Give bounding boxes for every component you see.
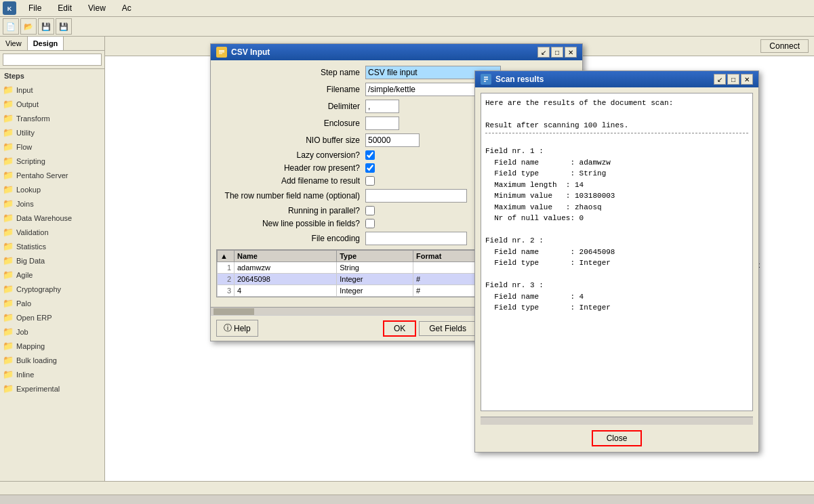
sidebar-item-palo[interactable]: 📁 Palo: [0, 296, 104, 310]
step-name-label: Step name: [216, 68, 365, 77]
sidebar-item-output[interactable]: 📁 Output: [0, 97, 104, 111]
help-button[interactable]: ⓘ Help: [216, 320, 258, 337]
csv-dialog-controls: ↙ □ ✕: [537, 47, 577, 58]
enclosure-label: Enclosure: [216, 119, 365, 128]
sidebar-label: Utility: [16, 129, 35, 137]
new-line-checkbox[interactable]: [365, 219, 375, 228]
delimiter-input[interactable]: [365, 100, 399, 113]
header-checkbox[interactable]: [365, 163, 375, 173]
sidebar-item-cryptography[interactable]: 📁 Cryptography: [0, 282, 104, 296]
sidebar-label: Joins: [16, 200, 34, 208]
sidebar-item-statistics[interactable]: 📁 Statistics: [0, 239, 104, 253]
folder-icon: 📁: [3, 312, 14, 322]
row-num: 2: [218, 274, 235, 285]
toolbar-new[interactable]: 📄: [3, 18, 19, 35]
csv-dialog-icon: [216, 47, 227, 58]
csv-dialog-minimize[interactable]: ↙: [537, 47, 550, 58]
sidebar-item-inline[interactable]: 📁 Inline: [0, 367, 104, 381]
row-type: String: [337, 262, 413, 274]
sidebar-label: Pentaho Server: [16, 171, 68, 180]
scan-field-2: Field nr. 2 : Field name : 20645098 Fiel…: [485, 235, 748, 269]
toolbar-open[interactable]: 📂: [20, 18, 37, 35]
row-name: adamwzw: [235, 262, 337, 274]
menu-edit[interactable]: Edit: [54, 2, 76, 14]
toolbar-save[interactable]: 💾: [38, 18, 54, 35]
sidebar-item-datawarehouse[interactable]: 📁 Data Warehouse: [0, 211, 104, 225]
main-content: View Design Steps 📁 Input 📁 Output 📁 Tra…: [0, 37, 814, 481]
sidebar-item-openerp[interactable]: 📁 Open ERP: [0, 310, 104, 324]
help-label: Help: [234, 324, 251, 333]
delimiter-label: Delimiter: [216, 102, 365, 111]
folder-icon: 📁: [3, 369, 14, 379]
row-name: 20645098: [235, 274, 337, 285]
scan-field-3: Field nr. 3 : Field name : 4 Field type …: [485, 280, 748, 314]
menu-file[interactable]: File: [24, 2, 45, 14]
get-fields-button[interactable]: Get Fields: [419, 321, 476, 336]
scan-dialog-titlebar: Scan results ↙ □ ✕: [475, 71, 758, 87]
sidebar-item-scripting[interactable]: 📁 Scripting: [0, 154, 104, 168]
sidebar-item-bulkloading[interactable]: 📁 Bulk loading: [0, 353, 104, 367]
tab-design[interactable]: Design: [28, 37, 64, 50]
filename-label: Filename: [216, 85, 365, 94]
enclosure-input[interactable]: [365, 117, 399, 130]
dialog-overlay: CSV Input ↙ □ ✕ Step name: [105, 37, 814, 481]
ok-button[interactable]: OK: [383, 320, 416, 337]
bottom-scrollbar[interactable]: [0, 495, 814, 504]
sidebar-item-mapping[interactable]: 📁 Mapping: [0, 339, 104, 353]
sidebar-label: Palo: [16, 299, 31, 308]
sidebar-label: Scripting: [16, 157, 45, 165]
col-index-header: ▲: [218, 251, 235, 262]
scan-dialog-minimize[interactable]: ↙: [714, 74, 726, 85]
lazy-checkbox[interactable]: [365, 150, 375, 160]
col-name-header: Name: [235, 251, 337, 262]
folder-icon: 📁: [3, 156, 14, 166]
csv-dialog-close[interactable]: ✕: [565, 47, 577, 58]
scan-icon: [481, 74, 491, 85]
csv-dialog-maximize[interactable]: □: [551, 47, 563, 58]
menu-ac[interactable]: Ac: [118, 2, 136, 14]
scrollbar-thumb[interactable]: [213, 308, 254, 315]
nio-buffer-input[interactable]: [365, 133, 420, 147]
sidebar-label: Big Data: [16, 257, 45, 265]
sidebar-item-lookup[interactable]: 📁 Lookup: [0, 182, 104, 196]
sidebar-item-input[interactable]: 📁 Input: [0, 83, 104, 97]
steps-label: Steps: [0, 69, 104, 83]
add-filename-label: Add filename to result: [216, 176, 365, 186]
sidebar-item-utility[interactable]: 📁 Utility: [0, 125, 104, 140]
add-filename-checkbox[interactable]: [365, 176, 375, 186]
row-number-input[interactable]: [365, 189, 467, 203]
sidebar-item-pentaho[interactable]: 📁 Pentaho Server: [0, 168, 104, 182]
sidebar-label: Experimental: [16, 385, 60, 393]
running-parallel-checkbox[interactable]: [365, 206, 375, 215]
sidebar-item-bigdata[interactable]: 📁 Big Data: [0, 253, 104, 268]
sidebar-item-validation[interactable]: 📁 Validation: [0, 225, 104, 239]
sidebar-label: Mapping: [16, 342, 45, 350]
sidebar-item-job[interactable]: 📁 Job: [0, 324, 104, 339]
sidebar-item-agile[interactable]: 📁 Agile: [0, 268, 104, 282]
panel-tabs: View Design: [0, 37, 104, 51]
close-button[interactable]: Close: [592, 430, 643, 446]
sidebar-item-joins[interactable]: 📁 Joins: [0, 196, 104, 211]
sidebar-label: Cryptography: [16, 285, 61, 293]
folder-icon: 📁: [3, 298, 14, 308]
folder-icon: 📁: [3, 184, 14, 194]
sidebar-label: Data Warehouse: [16, 214, 72, 222]
folder-icon: 📁: [3, 284, 14, 294]
search-input[interactable]: [3, 54, 102, 66]
scan-scrollbar[interactable]: [481, 417, 753, 425]
help-icon: ⓘ: [224, 322, 232, 334]
sidebar-item-experimental[interactable]: 📁 Experimental: [0, 381, 104, 396]
tab-view[interactable]: View: [0, 37, 28, 50]
scan-body[interactable]: Here are the results of the document sca…: [481, 93, 753, 411]
scan-dialog-close[interactable]: ✕: [741, 74, 753, 85]
toolbar-saveas[interactable]: 💾: [56, 18, 72, 35]
menu-view[interactable]: View: [84, 2, 110, 14]
scan-dialog-title: Scan results: [495, 75, 544, 84]
folder-icon: 📁: [3, 241, 14, 251]
new-line-label: New line possible in fields?: [216, 219, 365, 228]
scan-dialog-maximize[interactable]: □: [727, 74, 739, 85]
sidebar-item-flow[interactable]: 📁 Flow: [0, 140, 104, 154]
sidebar-item-transform[interactable]: 📁 Transform: [0, 111, 104, 125]
row-type: Integer: [337, 274, 413, 285]
file-encoding-input[interactable]: [365, 232, 467, 245]
